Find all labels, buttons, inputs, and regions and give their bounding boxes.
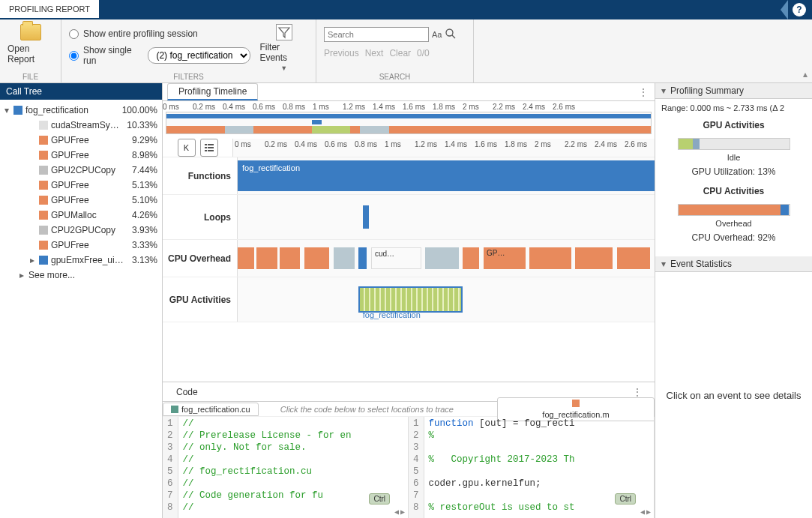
- search-prev-button[interactable]: Previous: [324, 48, 359, 58]
- track-cpu-overhead[interactable]: cud… GP…: [238, 240, 655, 277]
- tree-item-pct: 3.93%: [132, 225, 157, 235]
- tree-item-name: GPU2CPUCopy: [51, 165, 126, 175]
- timeline-overview[interactable]: [166, 112, 652, 134]
- right-panel: ▾ Profiling Summary Range: 0.000 ms ~ 2.…: [655, 83, 812, 518]
- collapse-toolbar-icon[interactable]: ▴: [803, 69, 808, 79]
- track-loops[interactable]: [238, 195, 655, 239]
- tree-row[interactable]: GPUFree8.98%: [0, 148, 162, 163]
- tree-item-name: gpuEmxFree_ui…: [51, 255, 126, 265]
- funnel-icon: [276, 24, 292, 40]
- timeline-ruler-main: 0 ms0.2 ms0.4 ms0.6 ms0.8 ms1 ms1.2 ms1.…: [233, 139, 655, 149]
- color-swatch-icon: [39, 196, 48, 205]
- code-header-label: Code: [169, 387, 198, 397]
- code-hint: Click the code below to select locations…: [280, 405, 454, 414]
- expand-icon: ▾: [3, 105, 10, 115]
- tree-row[interactable]: GPUFree3.33%: [0, 238, 162, 253]
- track-gpu-activities[interactable]: fog_rectification: [238, 277, 655, 322]
- tree-row[interactable]: ▾fog_rectification100.00%: [0, 103, 162, 118]
- svg-point-0: [446, 29, 453, 36]
- tab-profiling-timeline[interactable]: Profiling Timeline: [167, 83, 258, 100]
- bar-loop[interactable]: [363, 205, 369, 229]
- show-single-label: Show single run: [83, 45, 143, 66]
- bar-function[interactable]: fog_rectification: [238, 160, 655, 191]
- tree-item-pct: 4.26%: [132, 210, 157, 220]
- ctrl-badge-left: Ctrl: [369, 493, 390, 505]
- event-statistics-label: Event Statistics: [670, 259, 732, 269]
- code-right[interactable]: 12345678 function [out] = fog_recti%% Co…: [409, 417, 655, 518]
- gpu-util-text: GPU Utilization: 13%: [661, 166, 806, 177]
- filters-group-label: FILTERS: [173, 73, 203, 82]
- tree-item-pct: 100.00%: [122, 105, 157, 115]
- match-case-toggle[interactable]: Aa: [432, 30, 442, 39]
- bar-cudastream[interactable]: cud…: [371, 247, 421, 269]
- folder-open-icon: [20, 24, 41, 40]
- tree-row[interactable]: GPU2CPUCopy7.44%: [0, 163, 162, 178]
- tree-item-name: GPUFree: [51, 135, 126, 145]
- tree-row[interactable]: GPUFree5.13%: [0, 178, 162, 193]
- tree-item-pct: 7.44%: [132, 165, 157, 175]
- timeline-area[interactable]: 0 ms0.2 ms0.4 ms0.6 ms0.8 ms1 ms1.2 ms1.…: [163, 101, 655, 382]
- event-stats-hint: Click on an event to see details: [667, 390, 802, 401]
- code-menu-icon[interactable]: ⋮: [632, 386, 643, 398]
- expand-icon: ▸: [28, 255, 36, 265]
- search-next-button[interactable]: Next: [365, 48, 384, 58]
- profiling-summary-label: Profiling Summary: [670, 85, 744, 96]
- search-input[interactable]: [324, 27, 429, 42]
- bar-gpufree[interactable]: GP…: [484, 247, 526, 269]
- tree-row[interactable]: GPUMalloc4.26%: [0, 208, 162, 223]
- profiling-summary-header[interactable]: ▾ Profiling Summary: [655, 83, 812, 99]
- color-swatch-icon: [13, 106, 22, 115]
- event-statistics-header[interactable]: ▾ Event Statistics: [655, 256, 812, 272]
- color-swatch-icon: [39, 166, 48, 175]
- tree-row[interactable]: ▸gpuEmxFree_ui…3.13%: [0, 253, 162, 268]
- main-area: Call Tree ▾fog_rectification100.00%cudaS…: [0, 83, 812, 518]
- open-report-label: Open Report: [7, 43, 53, 64]
- svg-rect-6: [205, 150, 207, 151]
- help-icon[interactable]: ?: [793, 3, 806, 16]
- see-more-button[interactable]: ▸See more...: [0, 268, 162, 283]
- tree-row[interactable]: CPU2GPUCopy3.93%: [0, 223, 162, 238]
- bar-gpu-kernel[interactable]: [358, 286, 463, 313]
- run-select[interactable]: (2) fog_rectification: [148, 47, 250, 64]
- summary-range: Range: 0.000 ms ~ 2.733 ms (Δ 2: [661, 103, 806, 112]
- track-functions[interactable]: fog_rectification: [238, 157, 655, 194]
- tree-row[interactable]: cudaStreamSy…10.33%: [0, 118, 162, 133]
- search-icon[interactable]: [445, 28, 457, 42]
- timeline-menu-icon[interactable]: ⋮: [638, 86, 649, 98]
- cpu-overhead-text: CPU Overhead: 92%: [661, 232, 806, 243]
- gpu-activities-title: GPU Activities: [661, 120, 806, 130]
- tree-item-name: CPU2GPUCopy: [51, 225, 126, 235]
- code-tab-cu[interactable]: fog_rectification.cu: [163, 403, 259, 416]
- call-tree-list[interactable]: ▾fog_rectification100.00%cudaStreamSy…10…: [0, 100, 162, 518]
- timeline-k-button[interactable]: K: [178, 139, 196, 157]
- tree-item-pct: 9.29%: [132, 135, 157, 145]
- title-tab[interactable]: PROFILING REPORT: [0, 0, 99, 19]
- color-swatch-icon: [39, 211, 48, 220]
- tree-row[interactable]: GPUFree9.29%: [0, 133, 162, 148]
- code-left[interactable]: 12345678 //// Prerelease License - for e…: [163, 417, 409, 518]
- svg-rect-2: [205, 144, 207, 145]
- cu-color-icon: [171, 406, 178, 413]
- show-entire-input[interactable]: [69, 29, 79, 39]
- show-single-input[interactable]: [69, 51, 79, 61]
- show-entire-radio[interactable]: Show entire profiling session: [69, 28, 250, 39]
- gpu-idle-label: Idle: [661, 153, 806, 162]
- tree-item-pct: 5.10%: [132, 195, 157, 205]
- show-entire-label: Show entire profiling session: [83, 28, 198, 39]
- open-report-button[interactable]: Open Report: [7, 24, 53, 64]
- search-clear-button[interactable]: Clear: [389, 48, 411, 58]
- cpu-activities-title: CPU Activities: [661, 186, 806, 196]
- tree-row[interactable]: GPUFree5.10%: [0, 193, 162, 208]
- code-panel: Code ⋮ fog_rectification.cu Click the co…: [163, 382, 655, 518]
- code-tab-cu-label: fog_rectification.cu: [181, 405, 250, 414]
- timeline-list-button[interactable]: [200, 139, 218, 157]
- filter-events-button[interactable]: Filter Events ▼: [259, 24, 308, 72]
- show-single-radio[interactable]: Show single run (2) fog_rectification: [69, 45, 250, 66]
- tree-item-name: GPUFree: [51, 150, 126, 160]
- filter-events-label: Filter Events: [259, 42, 308, 63]
- search-count: 0/0: [417, 48, 430, 58]
- svg-rect-7: [208, 150, 214, 151]
- color-swatch-icon: [39, 256, 48, 265]
- tree-item-name: GPUFree: [51, 240, 126, 250]
- svg-rect-3: [208, 144, 214, 145]
